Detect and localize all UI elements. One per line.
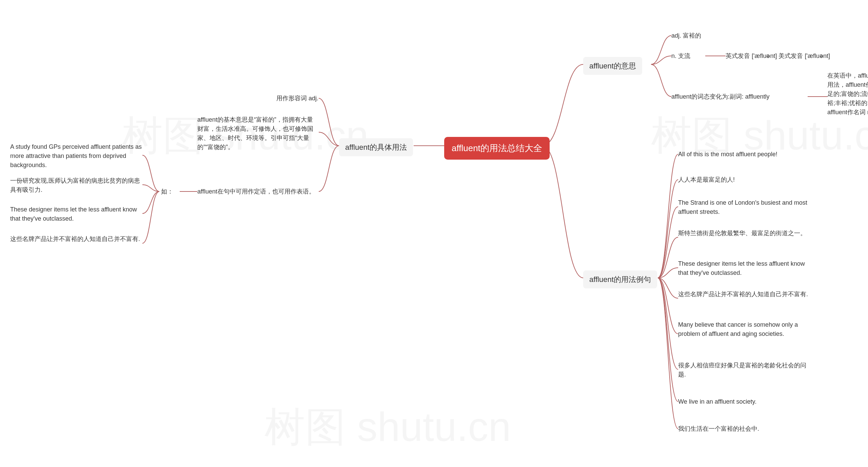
- leaf-meaning-pron: 英式发音 ['æfluənt] 美式发音 ['æfluənt]: [726, 52, 830, 61]
- leaf-usage-sub-example: 一份研究发现,医师认为富裕的病患比贫穷的病患具有吸引力.: [10, 176, 142, 195]
- leaf-usage-item1: 用作形容词 adj.: [261, 94, 318, 103]
- leaf-example: 这些名牌产品让并不富裕的人知道自己并不富有.: [678, 290, 808, 299]
- leaf-example: 我们生活在一个富裕的社会中.: [678, 424, 759, 433]
- leaf-usage-item3: affluent在句中可用作定语，也可用作表语。: [197, 187, 319, 196]
- leaf-usage-item3-prefix: 如：: [161, 187, 173, 196]
- branch-meaning[interactable]: affluent的意思: [583, 57, 642, 75]
- leaf-example: All of this is the most affluent people!: [678, 150, 777, 159]
- leaf-example: We live in an affluent society.: [678, 397, 756, 406]
- root-node[interactable]: affluent的用法总结大全: [444, 137, 550, 160]
- leaf-usage-sub-example: 这些名牌产品让并不富裕的人知道自己并不富有.: [10, 235, 142, 244]
- leaf-example: The Strand is one of London's busiest an…: [678, 198, 814, 217]
- watermark: 树图 shutu.cn: [264, 400, 511, 455]
- branch-examples[interactable]: affluent的用法例句: [583, 270, 657, 288]
- branch-usage-label: affluent的具体用法: [345, 143, 407, 151]
- branch-usage[interactable]: affluent的具体用法: [339, 138, 413, 156]
- leaf-example: Many believe that cancer is somehow only…: [678, 320, 814, 339]
- leaf-usage-item2: affluent的基本意思是“富裕的”，指拥有大量财富，生活水准高。可修饰人，也…: [197, 115, 319, 152]
- branch-examples-label: affluent的用法例句: [589, 275, 651, 284]
- branch-meaning-label: affluent的意思: [589, 62, 636, 70]
- leaf-meaning-tense: affluent的词态变化为:副词: affluently: [671, 92, 769, 101]
- leaf-example: 斯特兰德街是伦敦最繁华、最富足的街道之一。: [678, 229, 806, 238]
- leaf-example: 人人本是最富足的人!: [678, 175, 735, 184]
- leaf-usage-sub-example: These designer items let the less afflue…: [10, 205, 142, 223]
- leaf-usage-sub-example: A study found GPs perceived affluent pat…: [10, 142, 142, 170]
- leaf-meaning-adj: adj. 富裕的: [671, 31, 701, 40]
- leaf-meaning-tense-detail: 在英语中，affluent不仅具有上述意思，还有更详尽的用法，affluent作…: [827, 71, 868, 117]
- root-title: affluent的用法总结大全: [452, 143, 542, 153]
- leaf-example: 很多人相信癌症好像只是富裕的老龄化社会的问题.: [678, 361, 814, 379]
- leaf-meaning-noun: n. 支流: [671, 52, 690, 61]
- leaf-example: These designer items let the less afflue…: [678, 259, 814, 278]
